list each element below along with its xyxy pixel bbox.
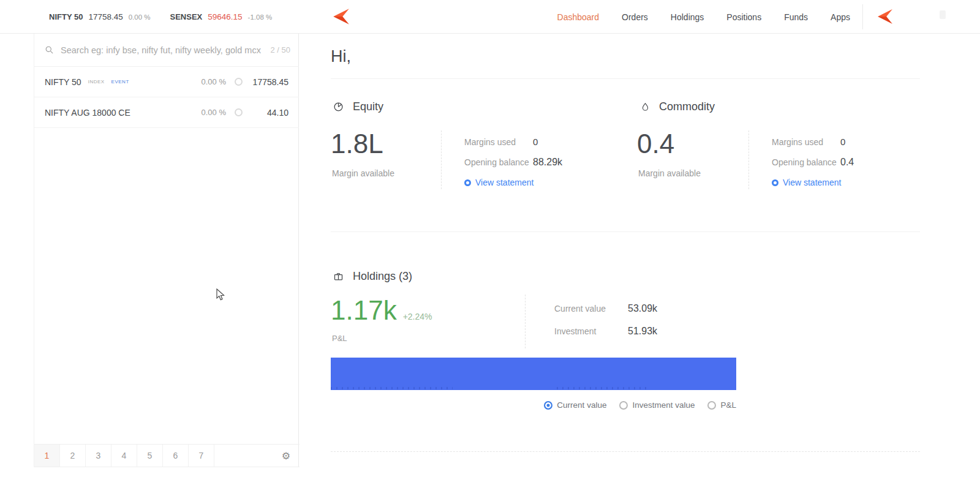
neutral-tick-icon <box>235 108 243 116</box>
page-7[interactable]: 7 <box>189 445 214 467</box>
equity-title: Equity <box>353 100 383 113</box>
opening-balance-label: Opening balance <box>464 157 533 167</box>
divider <box>525 295 526 348</box>
current-value-label: Current value <box>554 304 628 314</box>
search-input[interactable] <box>59 45 270 56</box>
index-ticker: NIFTY 50 17758.45 0.00 % SENSEX 59646.15… <box>49 0 283 34</box>
main-nav: Dashboard Orders Holdings Positions Fund… <box>557 0 850 34</box>
radio-label: Current value <box>557 400 606 410</box>
nav-orders[interactable]: Orders <box>622 12 648 22</box>
view-statement-label: View statement <box>475 178 533 187</box>
page-2[interactable]: 2 <box>60 445 86 467</box>
instrument-change: 0.00 % <box>202 77 226 86</box>
page-6[interactable]: 6 <box>163 445 189 467</box>
settings-gear-icon[interactable]: ⚙ <box>282 445 300 467</box>
radio-label: P&L <box>720 400 736 410</box>
commodity-margin-available-label: Margin available <box>638 168 701 178</box>
nav-positions[interactable]: Positions <box>726 12 761 22</box>
pnl-percent: +2.24% <box>403 312 432 321</box>
pnl-label: P&L <box>332 334 347 343</box>
index-name: SENSEX <box>170 12 203 21</box>
nav-apps[interactable]: Apps <box>831 12 850 22</box>
current-value: 53.09k <box>628 303 657 314</box>
holdings-title: Holdings (3) <box>353 270 412 283</box>
droplet-icon <box>641 102 650 112</box>
radio-current-value[interactable]: Current value <box>544 400 606 410</box>
instrument-search: 2 / 50 <box>34 34 299 67</box>
view-statement-label: View statement <box>783 178 841 187</box>
sensex-ticker[interactable]: SENSEX 59646.15 -1.08 % <box>170 12 273 21</box>
instrument-price: 44.10 <box>251 108 288 118</box>
index-change: -1.08 % <box>248 13 273 21</box>
margins-used-label: Margins used <box>464 137 533 147</box>
kite-logo-icon-small[interactable] <box>877 9 893 24</box>
equity-section-header: Equity <box>333 100 383 113</box>
search-icon <box>45 45 54 54</box>
neutral-tick-icon <box>235 78 243 86</box>
divider <box>331 451 920 452</box>
watchlist-count: 2 / 50 <box>270 45 290 54</box>
holdings-pnl: 1.17k+2.24% <box>331 297 432 324</box>
greeting: Hi, <box>331 47 351 66</box>
radio-icon <box>619 401 628 410</box>
margins-used-value: 0 <box>840 137 845 147</box>
kite-logo-icon[interactable] <box>333 8 350 25</box>
commodity-view-statement-link[interactable]: View statement <box>772 178 854 187</box>
radio-investment-value[interactable]: Investment value <box>619 400 695 410</box>
commodity-title: Commodity <box>659 100 715 113</box>
nav-divider <box>862 4 863 29</box>
kite-dashboard: NIFTY 50 17758.45 0.00 % SENSEX 59646.15… <box>0 0 980 477</box>
page-3[interactable]: 3 <box>86 445 111 467</box>
divider <box>331 231 920 232</box>
commodity-section-header: Commodity <box>641 100 715 113</box>
instrument-name: NIFTY 50 <box>45 77 81 87</box>
divider <box>331 78 920 79</box>
equity-margin-available-label: Margin available <box>332 168 394 178</box>
index-value: 17758.45 <box>88 12 123 21</box>
index-change: 0.00 % <box>129 13 151 21</box>
nav-funds[interactable]: Funds <box>784 12 808 22</box>
holdings-bar-chart <box>331 358 736 390</box>
watchlist-pagination: 1 2 3 4 5 6 7 ⚙ <box>34 444 300 467</box>
divider <box>748 130 749 189</box>
page-4[interactable]: 4 <box>111 445 137 467</box>
index-badge: INDEX <box>88 79 105 85</box>
pnl-value: 1.17k <box>331 295 397 325</box>
equity-view-statement-link[interactable]: View statement <box>464 178 562 187</box>
page-1[interactable]: 1 <box>34 445 60 467</box>
dashboard-main: Hi, Equity 1.8L Margin available Margins… <box>299 34 980 477</box>
commodity-details: Margins used 0 Opening balance 0.4 View … <box>772 137 854 187</box>
equity-margin-available: 1.8L <box>331 130 383 157</box>
nav-holdings[interactable]: Holdings <box>671 12 704 22</box>
watchlist-row-nifty50[interactable]: NIFTY 50 INDEX EVENT 0.00 % 17758.45 <box>34 67 299 97</box>
nifty-ticker[interactable]: NIFTY 50 17758.45 0.00 % <box>49 12 151 21</box>
holdings-details: Current value 53.09k Investment 51.93k <box>554 303 657 347</box>
instrument-change: 0.00 % <box>202 108 226 117</box>
top-bar: NIFTY 50 17758.45 0.00 % SENSEX 59646.15… <box>0 0 980 34</box>
mouse-cursor <box>216 288 225 301</box>
nav-dashboard[interactable]: Dashboard <box>557 12 600 22</box>
radio-icon <box>707 401 716 410</box>
commodity-margin-available: 0.4 <box>637 130 674 157</box>
page-5[interactable]: 5 <box>137 445 163 467</box>
radio-label: Investment value <box>632 400 695 410</box>
statement-bullet-icon <box>772 179 778 186</box>
index-name: NIFTY 50 <box>49 12 83 21</box>
watchlist-row-nifty-ce[interactable]: NIFTY AUG 18000 CE 0.00 % 44.10 <box>34 97 299 128</box>
radio-pnl[interactable]: P&L <box>707 400 736 410</box>
opening-balance-value: 88.29k <box>533 157 562 168</box>
investment-label: Investment <box>554 326 628 336</box>
watchlist-panel: 2 / 50 NIFTY 50 INDEX EVENT 0.00 % 17758… <box>34 34 299 467</box>
holdings-section-header: Holdings (3) <box>333 270 412 283</box>
user-avatar[interactable] <box>940 10 946 19</box>
margins-used-label: Margins used <box>772 137 840 147</box>
chart-metric-radios: Current value Investment value P&L <box>331 400 736 410</box>
margins-used-value: 0 <box>533 137 538 147</box>
opening-balance-value: 0.4 <box>840 157 854 168</box>
statement-bullet-icon <box>464 179 471 186</box>
equity-details: Margins used 0 Opening balance 88.29k Vi… <box>464 137 562 187</box>
index-value: 59646.15 <box>208 12 242 21</box>
divider <box>441 130 442 189</box>
radio-selected-icon <box>544 401 552 410</box>
investment-value: 51.93k <box>628 326 657 337</box>
